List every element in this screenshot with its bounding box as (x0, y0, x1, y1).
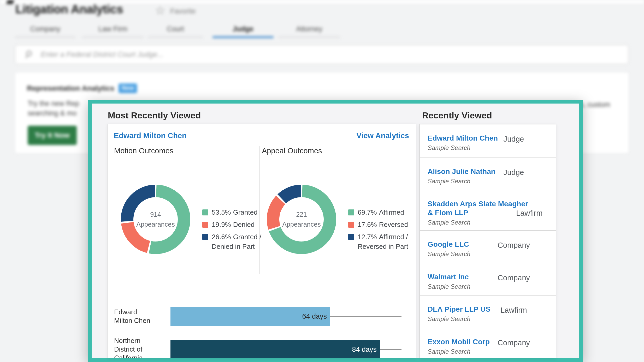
search-placeholder: Enter a Federal District Court Judge... (41, 50, 163, 59)
tab-attorney[interactable]: Attorney (278, 25, 340, 38)
entity-type-label: Judge (485, 168, 542, 177)
tab-bar: Company Law Firm Court Judge Attorney (15, 25, 340, 38)
bar-edward-milton-chen: 64 days (170, 307, 330, 326)
legend-item: 69.7%Affirmed (348, 208, 416, 217)
sample-search-label: Sample Search (428, 283, 470, 290)
bar-row-edward-milton-chen: Edward Milton Chen 64 days (114, 307, 401, 326)
recently-viewed-row[interactable]: Google LLC Sample Search Company (420, 231, 556, 263)
try-it-now-button[interactable]: Try It Now (28, 126, 77, 145)
recently-viewed-row[interactable]: DLA Piper LLP US Sample Search Lawfirm (420, 295, 556, 328)
page-title: Litigation Analytics (15, 2, 123, 16)
tab-judge[interactable]: Judge (212, 25, 274, 38)
entity-type-label: Judge (485, 135, 542, 143)
recently-viewed-row[interactable]: Edward Milton Chen Sample Search Judge (420, 124, 556, 158)
tab-court[interactable]: Court (148, 25, 203, 38)
new-badge: New (119, 83, 137, 93)
legend-item: 17.6%Reversed (348, 220, 416, 230)
legend-swatch-granted (202, 209, 208, 215)
recently-viewed-row[interactable]: Exxon Mobil Corp Sample Search Company (420, 328, 556, 358)
banner-text-line2: searching & mo (28, 109, 77, 117)
legend-swatch-reversed (348, 222, 354, 228)
recently-viewed-list: Edward Milton Chen Sample Search Judge A… (420, 124, 556, 358)
appeal-outcomes-legend: 69.7%Affirmed 17.6%Reversed 12.7%Affirme… (348, 208, 416, 251)
sample-search-label: Sample Search (428, 178, 470, 185)
favorite-label[interactable]: Favorite (170, 7, 196, 15)
recently-viewed-modal: Most Recently Viewed Edward Milton Chen … (88, 100, 583, 362)
search-input[interactable]: Enter a Federal District Court Judge... (15, 45, 629, 64)
legend-item: 19.9%Denied (202, 220, 268, 230)
recently-viewed-row[interactable]: Skadden Arps Slate Meagher & Flom LLP Sa… (420, 190, 556, 231)
time-to-ruling-bar-chart: Edward Milton Chen 64 days Northern Dist… (114, 307, 401, 358)
entity-link-edward-milton-chen[interactable]: Edward Milton Chen (114, 131, 187, 140)
legend-item: 26.6%Granted / Denied in Part (202, 232, 268, 251)
legend-item: 12.7%Affirmed / Reversed in Part (348, 232, 416, 251)
donut-center-label: 914 Appearances (121, 185, 190, 254)
legend-item: 53.5%Granted (202, 208, 268, 217)
entity-type-label: Lawfirm (509, 209, 550, 218)
bar-guideline (330, 316, 401, 317)
tab-law-firm[interactable]: Law Firm (82, 25, 144, 38)
entity-type-label: Lawfirm (485, 306, 542, 315)
favorite-star-icon[interactable]: ☆ (155, 4, 165, 17)
entity-type-label: Company (485, 274, 542, 282)
bar-row-northern-district-of-california: Northern District of California 84 days (114, 336, 401, 358)
sample-search-label: Sample Search (428, 250, 470, 258)
appeal-outcomes-donut-chart: 221 Appearances (267, 185, 336, 254)
legend-swatch-granted-denied-in-part (202, 234, 208, 240)
legend-swatch-affirmed-reversed-in-part (348, 234, 354, 240)
most-recently-viewed-heading: Most Recently Viewed (108, 110, 201, 120)
legend-swatch-affirmed (348, 209, 354, 215)
search-icon (25, 50, 34, 59)
legend-swatch-denied (202, 222, 208, 228)
motion-outcomes-legend: 53.5%Granted 19.9%Denied 26.6%Granted / … (202, 208, 268, 251)
entity-type-label: Company (485, 241, 542, 250)
sample-search-label: Sample Search (428, 144, 470, 152)
most-recently-viewed-card: Edward Milton Chen View Analytics Motion… (108, 124, 416, 358)
recently-viewed-row[interactable]: Walmart Inc Sample Search Company (420, 263, 556, 295)
entity-type-label: Company (485, 339, 542, 347)
banner-text-right-fragment: s, custom (580, 101, 610, 109)
sample-search-label: Sample Search (428, 348, 470, 355)
tab-company[interactable]: Company (15, 25, 75, 38)
sample-search-label: Sample Search (428, 315, 470, 323)
bar-northern-district-of-california: 84 days (170, 340, 380, 359)
motion-outcomes-title: Motion Outcomes (114, 147, 173, 155)
banner-text-line1: Try the new Rep (28, 100, 79, 108)
page: Litigation Analytics ☆ Favorite Company … (0, 0, 644, 362)
bar-guideline (380, 349, 401, 350)
recently-viewed-row[interactable]: Alison Julie Nathan Sample Search Judge (420, 158, 556, 190)
banner-title: Representation Analytics (27, 84, 114, 93)
recently-viewed-heading: Recently Viewed (422, 110, 492, 120)
sample-search-label: Sample Search (428, 219, 470, 226)
appeal-outcomes-title: Appeal Outcomes (262, 147, 322, 155)
donut-center-label: 221 Appearances (267, 185, 336, 254)
view-analytics-link[interactable]: View Analytics (357, 131, 409, 140)
motion-outcomes-donut-chart: 914 Appearances (121, 185, 190, 254)
top-mark (6, 0, 14, 4)
